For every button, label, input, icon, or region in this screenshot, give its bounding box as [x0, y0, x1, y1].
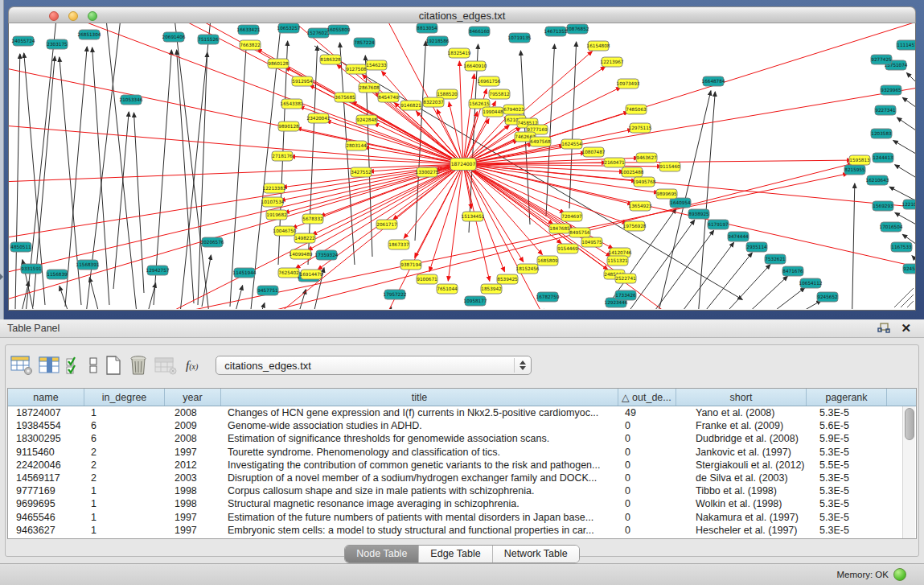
graph-node-selected[interactable]: 2718176: [272, 151, 293, 161]
graph-node-selected[interactable]: 1049575: [581, 237, 602, 247]
graph-node-selected[interactable]: 1853942: [481, 284, 502, 294]
graph-node-selected[interactable]: 8495756: [569, 228, 590, 237]
graph-node-selected[interactable]: 9242848: [356, 115, 377, 125]
graph-node[interactable]: 8471676: [782, 266, 803, 276]
table-row[interactable]: 977716911998Corpus callosum shape and si…: [8, 484, 916, 497]
graph-node[interactable]: 2303175: [47, 39, 68, 49]
table-settings-icon[interactable]: [10, 354, 33, 377]
table-row[interactable]: 946554611997Estimation of the future num…: [8, 511, 916, 524]
graph-node-selected[interactable]: 14099489: [290, 249, 313, 259]
graph-node[interactable]: 9227341: [875, 105, 896, 115]
graph-node-selected[interactable]: 8454749: [378, 93, 399, 102]
graph-node-selected[interactable]: 16914479: [300, 270, 323, 279]
graph-node[interactable]: 14671355: [544, 27, 568, 36]
graph-node-selected[interactable]: 16961756: [478, 76, 501, 86]
graph-node[interactable]: 1156839: [47, 270, 68, 279]
graph-node-selected[interactable]: 3675685: [335, 93, 355, 102]
graph-node[interactable]: 10719135: [508, 33, 532, 43]
graph-node-selected[interactable]: 19495768: [633, 177, 656, 187]
graph-node-selected[interactable]: 6794023: [503, 105, 524, 114]
graph-node[interactable]: 1733426: [615, 290, 636, 300]
column-header-pagerank[interactable]: pagerank: [807, 389, 887, 406]
panel-expand-arrow-icon[interactable]: [0, 274, 3, 280]
graph-node[interactable]: 9277425: [871, 55, 892, 64]
network-canvas[interactable]: 2405572423031752685130420691406210533467…: [8, 23, 916, 311]
column-header-year[interactable]: year: [165, 389, 221, 406]
graph-node[interactable]: 17016504: [880, 222, 903, 232]
column-header-in_degree[interactable]: in_degree: [84, 389, 165, 406]
graph-node-selected[interactable]: 8186328: [320, 55, 341, 64]
graph-node-selected[interactable]: 2061717: [376, 220, 397, 229]
row-height-icon[interactable]: [88, 354, 99, 377]
graph-node-selected[interactable]: 9463627: [636, 153, 657, 163]
graph-node-selected[interactable]: 5912954: [292, 76, 313, 86]
graph-node[interactable]: 16210643: [866, 175, 889, 185]
table-row[interactable]: 2242004622012Investigating the contribut…: [8, 459, 916, 472]
graph-node[interactable]: 1203583: [871, 129, 892, 138]
graph-node[interactable]: 12942757: [146, 266, 170, 275]
graph-node-selected[interactable]: 13300275: [416, 167, 439, 177]
graph-node[interactable]: 4850511: [10, 242, 31, 252]
graph-node[interactable]: 16648784: [702, 76, 725, 86]
graph-node-selected[interactable]: 1990448: [483, 107, 503, 117]
graph-node[interactable]: 7532621: [765, 254, 786, 264]
graph-node[interactable]: 11451944: [233, 268, 257, 278]
graph-node-selected[interactable]: 9890128: [278, 122, 299, 131]
graph-node[interactable]: 8938925: [688, 209, 709, 219]
graph-node[interactable]: 20876852: [566, 24, 589, 34]
graph-node[interactable]: 9245011: [903, 264, 915, 274]
tab-edge-table[interactable]: Edge Table: [418, 546, 491, 562]
table-row[interactable]: 946362711997Embryonic stem cells: a mode…: [8, 524, 916, 537]
graph-node-selected[interactable]: 18724007: [450, 159, 476, 171]
graph-node[interactable]: 9245652: [817, 292, 838, 302]
graph-node-selected[interactable]: 7204697: [561, 212, 582, 221]
graph-node-selected[interactable]: 9860128: [268, 59, 289, 68]
graph-node-selected[interactable]: 7485063: [626, 105, 647, 114]
graph-node-selected[interactable]: 2160471: [604, 158, 625, 167]
table-row[interactable]: 911546021997Tourette syndrome. Phenomeno…: [8, 446, 916, 459]
graph-node[interactable]: 2935114: [746, 242, 767, 252]
column-header-name[interactable]: name: [8, 389, 84, 406]
graph-node-selected[interactable]: 9387194: [400, 260, 421, 270]
table-source-select[interactable]: citations_edges.txt: [216, 356, 532, 375]
graph-node-selected[interactable]: 5678332: [302, 214, 323, 224]
graph-node-selected[interactable]: 10025488: [621, 167, 644, 177]
column-settings-icon[interactable]: [38, 354, 60, 377]
graph-node-selected[interactable]: 15134451: [462, 212, 485, 221]
graph-node-selected[interactable]: 12213967: [601, 57, 624, 67]
tab-network-table[interactable]: Network Table: [492, 546, 579, 562]
graph-node-selected[interactable]: 18152456: [516, 264, 540, 274]
table-row[interactable]: 1938455462009Genome-wide association stu…: [8, 419, 916, 432]
graph-node[interactable]: 16633421: [237, 25, 261, 35]
graph-node[interactable]: 17957222: [384, 290, 407, 299]
graph-node-selected[interactable]: 7663822: [240, 40, 261, 50]
graph-node[interactable]: 19218586: [426, 36, 450, 46]
scrollbar-thumb[interactable]: [905, 408, 914, 440]
tab-node-table[interactable]: Node Table: [345, 546, 418, 562]
graph-node[interactable]: 24055724: [12, 36, 35, 46]
graph-node[interactable]: 12210334: [902, 200, 915, 209]
graph-node-selected[interactable]: 1151321: [607, 256, 628, 266]
graph-node-selected[interactable]: 8322037: [423, 97, 444, 107]
graph-node-selected[interactable]: 1546233: [366, 60, 387, 70]
graph-node-selected[interactable]: 12975115: [629, 123, 652, 133]
graph-node-selected[interactable]: 6497568: [530, 137, 551, 146]
graph-node[interactable]: 1111457: [897, 40, 915, 50]
graph-node[interactable]: 8215955: [844, 165, 865, 175]
graph-node-selected[interactable]: 8539425: [497, 274, 518, 284]
window-titlebar[interactable]: citations_edges.txt: [8, 6, 916, 23]
graph-node[interactable]: 17359324: [315, 250, 339, 260]
graph-node[interactable]: 7515526: [198, 35, 219, 44]
graph-node[interactable]: 10958177: [464, 296, 487, 306]
graph-node-selected[interactable]: 12213383: [263, 183, 286, 193]
graph-node[interactable]: 6179197: [708, 220, 729, 229]
delete-table-icon[interactable]: [128, 354, 149, 377]
graph-node-selected[interactable]: 9154469: [557, 244, 578, 253]
graph-node-selected[interactable]: 10046750: [273, 226, 297, 236]
graph-node[interactable]: 21053346: [120, 95, 143, 105]
graph-node-selected[interactable]: 10107534: [261, 197, 285, 207]
graph-node-selected[interactable]: 2803144: [346, 141, 367, 150]
graph-node-selected[interactable]: 3427552: [351, 167, 372, 177]
column-header-title[interactable]: title: [221, 389, 618, 406]
graph-node-selected[interactable]: 16640910: [464, 61, 487, 71]
